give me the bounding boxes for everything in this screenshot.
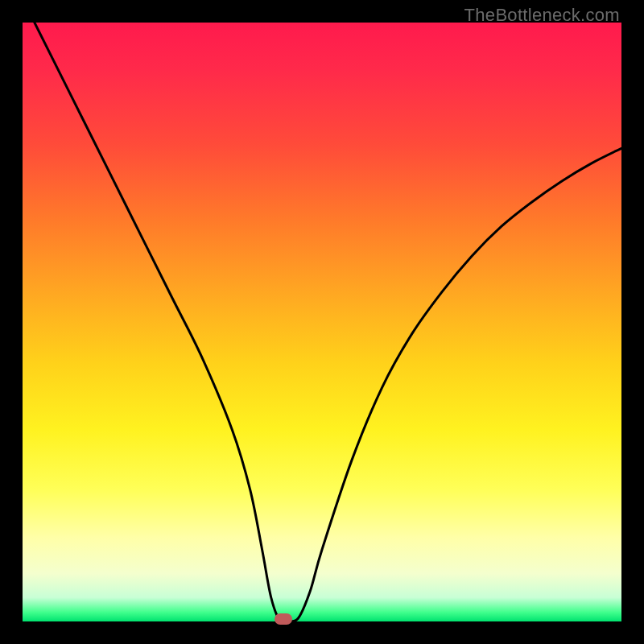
curve-svg <box>23 23 621 621</box>
bottleneck-chart: TheBottleneck.com <box>0 0 644 644</box>
watermark-text: TheBottleneck.com <box>464 5 620 26</box>
bottleneck-curve-path <box>35 23 621 621</box>
optimal-point-marker <box>275 613 292 625</box>
plot-area <box>23 23 621 621</box>
